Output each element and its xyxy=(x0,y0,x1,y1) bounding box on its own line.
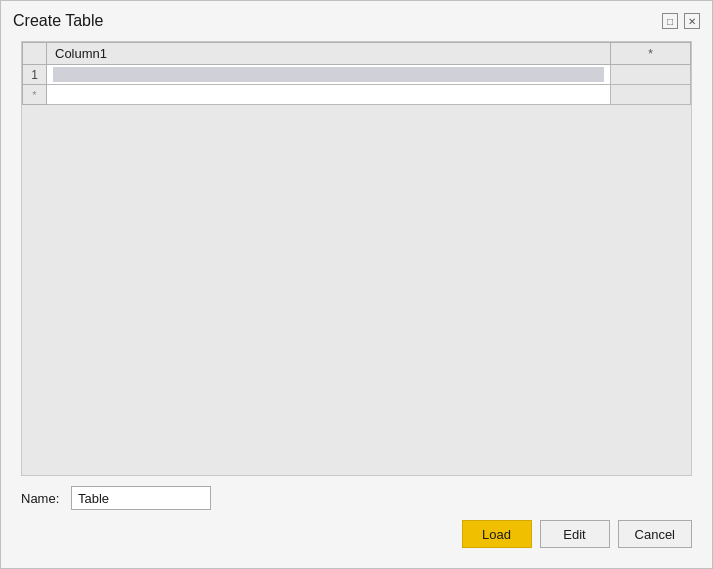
new-row-symbol: * xyxy=(23,85,47,105)
new-row-add xyxy=(611,85,691,105)
cell-1-1[interactable] xyxy=(47,65,611,85)
edit-button[interactable]: Edit xyxy=(540,520,610,548)
name-input[interactable] xyxy=(71,486,211,510)
column1-header[interactable]: Column1 xyxy=(47,43,611,65)
table-row: 1 xyxy=(23,65,691,85)
cell-input-1-1[interactable] xyxy=(53,67,604,82)
table-container: Column1 * 1 * xyxy=(21,41,692,476)
title-bar-left: Create Table xyxy=(13,12,103,30)
new-row: * xyxy=(23,85,691,105)
cancel-button[interactable]: Cancel xyxy=(618,520,692,548)
create-table-window: Create Table □ ✕ Column1 * xyxy=(0,0,713,569)
add-column-button[interactable]: * xyxy=(611,43,691,65)
load-button[interactable]: Load xyxy=(462,520,532,548)
row-number-1: 1 xyxy=(23,65,47,85)
table-header-row: Column1 * xyxy=(23,43,691,65)
name-row: Name: xyxy=(21,486,692,510)
content-area: Column1 * 1 * xyxy=(1,37,712,568)
title-bar-controls: □ ✕ xyxy=(662,13,700,29)
name-label: Name: xyxy=(21,491,63,506)
bottom-area: Name: Load Edit Cancel xyxy=(21,476,692,556)
new-row-cell[interactable] xyxy=(47,85,611,105)
close-button[interactable]: ✕ xyxy=(684,13,700,29)
minimize-button[interactable]: □ xyxy=(662,13,678,29)
cell-1-add xyxy=(611,65,691,85)
window-title: Create Table xyxy=(13,12,103,30)
row-num-header xyxy=(23,43,47,65)
data-table: Column1 * 1 * xyxy=(22,42,691,105)
title-bar: Create Table □ ✕ xyxy=(1,1,712,37)
buttons-row: Load Edit Cancel xyxy=(21,520,692,552)
